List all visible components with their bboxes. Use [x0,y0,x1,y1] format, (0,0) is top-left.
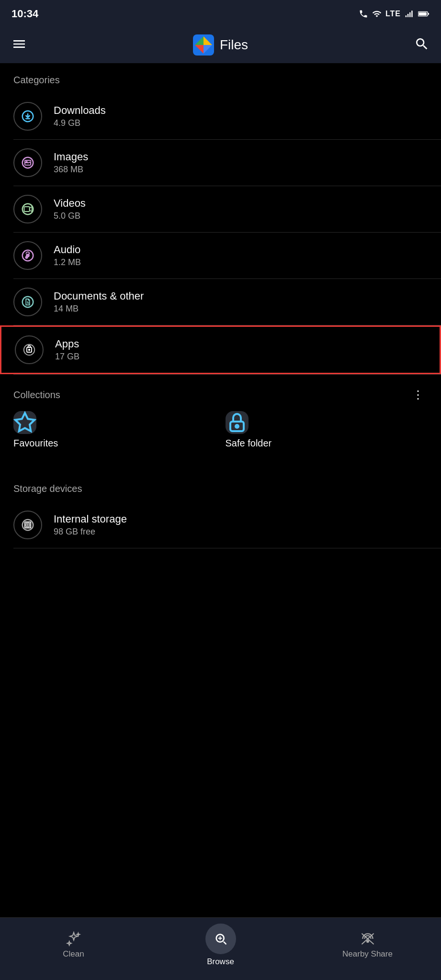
documents-info: Documents & other 14 MB [54,290,144,314]
collections-section-label: Collections [13,390,60,401]
video-icon [21,202,35,216]
videos-name: Videos [54,197,86,210]
category-apps[interactable]: Apps 17 GB [0,325,441,374]
videos-info: Videos 5.0 GB [54,197,86,221]
document-icon [21,295,35,309]
internal-storage-info: Internal storage 98 GB free [54,513,127,537]
battery-icon [418,9,430,19]
svg-rect-2 [428,13,429,15]
audio-size: 1.2 MB [54,257,81,267]
internal-storage-name: Internal storage [54,513,127,525]
images-size: 368 MB [54,165,88,175]
videos-icon-wrapper [13,195,42,223]
category-documents[interactable]: Documents & other 14 MB [0,279,441,325]
app-title: Files [220,37,248,53]
nav-browse[interactable]: Browse [147,924,294,967]
category-videos[interactable]: Videos 5.0 GB [0,186,441,232]
call-icon [359,9,368,19]
downloads-name: Downloads [54,104,106,117]
safe-folder-label: Safe folder [226,434,272,460]
svg-rect-1 [418,12,427,15]
svg-marker-21 [15,413,34,431]
nav-clean[interactable]: Clean [0,931,147,959]
nearby-icon [360,931,375,947]
apps-name: Apps [55,338,79,350]
apps-size: 17 GB [55,352,79,362]
image-icon [21,156,35,170]
apps-icon-wrapper [15,335,44,364]
favourites-label: Favourites [13,434,58,460]
internal-storage-icon-wrapper [13,511,42,539]
favourites-card[interactable] [13,411,36,434]
status-time: 10:34 [11,8,38,20]
svg-point-29 [367,940,369,942]
lte-indicator: LTE [385,10,401,18]
browse-bg [205,924,236,954]
app-bar-center: Files [193,34,248,56]
browse-icon [213,931,228,947]
signal-icon [405,9,414,19]
audio-icon-wrapper [13,241,42,270]
nearby-share-label: Nearby Share [342,949,393,959]
collection-favourites[interactable]: Favourites [13,411,216,460]
category-downloads[interactable]: Downloads 4.9 GB [0,93,441,139]
download-icon [21,109,35,123]
collections-grid: Favourites Safe folder [0,411,441,472]
svg-point-20 [29,349,30,351]
storage-icon [21,518,35,532]
downloads-info: Downloads 4.9 GB [54,104,106,128]
svg-point-11 [26,162,27,163]
hamburger-icon [11,36,27,52]
hamburger-button[interactable] [11,36,27,54]
downloads-icon-wrapper [13,102,42,131]
audio-info: Audio 1.2 MB [54,244,81,267]
safe-folder-card[interactable] [226,411,249,434]
audio-icon [21,248,35,263]
search-icon [414,36,430,52]
app-bar: Files [0,27,441,63]
apps-info: Apps 17 GB [55,338,79,362]
status-icons: LTE [359,9,430,19]
clean-label: Clean [63,949,84,959]
svg-point-27 [27,524,29,526]
nav-nearby-share[interactable]: Nearby Share [294,931,441,959]
wifi-icon [372,9,382,19]
documents-icon-wrapper [13,288,42,316]
category-images[interactable]: Images 368 MB [0,140,441,186]
collections-header: Collections ⋮ [0,375,441,411]
storage-section-label: Storage devices [0,472,441,502]
storage-internal[interactable]: Internal storage 98 GB free [0,502,441,548]
svg-rect-13 [24,207,30,212]
browse-label: Browse [207,957,234,967]
images-info: Images 368 MB [54,151,88,175]
collection-safe-folder[interactable]: Safe folder [226,411,428,460]
apps-icon [22,343,36,357]
downloads-size: 4.9 GB [54,118,106,128]
category-audio[interactable]: Audio 1.2 MB [0,233,441,278]
images-name: Images [54,151,88,163]
search-button[interactable] [414,36,430,54]
app-logo [193,34,214,56]
main-content: Categories Downloads 4.9 GB Images [0,63,441,606]
status-bar: 10:34 LTE [0,0,441,27]
bottom-nav: Clean Browse Nearby Share [0,917,441,980]
sparkle-icon [66,931,81,947]
categories-section-label: Categories [0,63,441,93]
documents-name: Documents & other [54,290,144,302]
images-icon-wrapper [13,148,42,177]
lock-icon [226,411,249,434]
collections-more-button[interactable]: ⋮ [408,386,428,403]
audio-name: Audio [54,244,81,256]
internal-storage-size: 98 GB free [54,527,127,537]
svg-point-23 [236,425,238,428]
videos-size: 5.0 GB [54,211,86,221]
star-icon [13,411,36,434]
documents-size: 14 MB [54,304,144,314]
